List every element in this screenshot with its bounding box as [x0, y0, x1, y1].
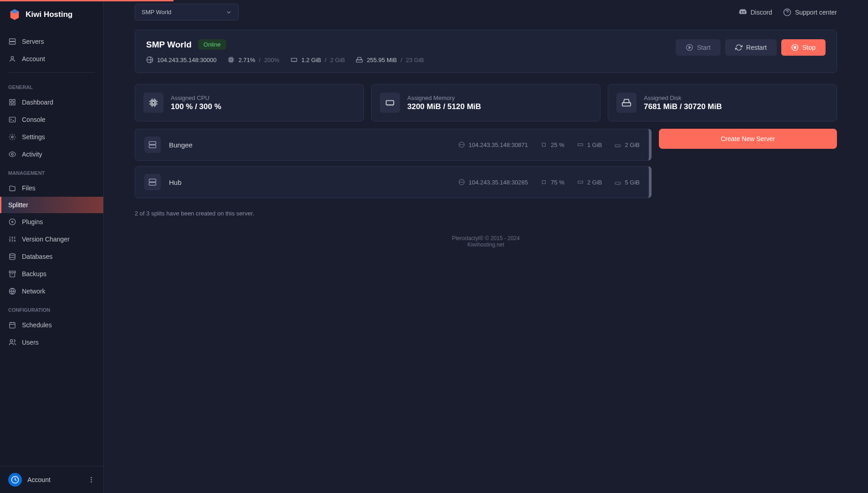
nav-dashboard[interactable]: Dashboard	[0, 94, 103, 111]
globe-icon	[458, 179, 465, 185]
nav-splitter[interactable]: Splitter	[0, 197, 103, 213]
nav-users[interactable]: Users	[0, 334, 103, 351]
globe-icon	[146, 56, 153, 63]
nav-label: Splitter	[8, 201, 28, 209]
memory-max: 2 GiB	[330, 57, 345, 63]
cpu-icon	[541, 142, 547, 148]
avatar[interactable]	[8, 473, 22, 487]
svg-rect-43	[578, 181, 583, 184]
support-link[interactable]: Support center	[783, 8, 837, 16]
user-icon	[8, 55, 16, 63]
stop-label: Stop	[802, 44, 815, 51]
eye-icon	[8, 150, 16, 158]
nav-databases[interactable]: Databases	[0, 248, 103, 265]
svg-rect-31	[386, 100, 394, 105]
footer-line2[interactable]: Kiwihosting.net	[135, 241, 837, 248]
nav-label: Schedules	[22, 321, 52, 329]
ip-value: 104.243.35.148:30000	[157, 57, 216, 63]
cpu-sep: /	[259, 57, 261, 63]
svg-rect-4	[13, 100, 15, 102]
gear-icon	[8, 133, 16, 141]
loading-indicator	[0, 0, 174, 1]
nav-label: Activity	[22, 151, 42, 158]
section-general: GENERAL	[0, 77, 103, 94]
svg-point-18	[91, 479, 92, 481]
svg-rect-32	[622, 103, 631, 106]
svg-rect-22	[229, 58, 233, 62]
nav-servers[interactable]: Servers	[0, 33, 103, 50]
svg-rect-44	[615, 182, 621, 184]
brand[interactable]: Kiwi Hosting	[0, 0, 103, 29]
disk-sep: /	[400, 57, 402, 63]
svg-point-17	[91, 477, 92, 478]
section-management: MANAGEMENT	[0, 163, 103, 179]
nav-activity[interactable]: Activity	[0, 146, 103, 163]
card-label: Assigned Disk	[644, 94, 722, 101]
action-buttons: Start Restart Stop	[676, 39, 826, 56]
split-mem: 1 GiB	[577, 142, 602, 148]
stop-button[interactable]: Stop	[781, 39, 826, 56]
card-value: 7681 MiB / 30720 MiB	[644, 102, 722, 111]
card-cpu: Assigned CPU 100 % / 300 %	[135, 84, 364, 121]
footer-line1: Pterodactyl® © 2015 - 2024	[135, 235, 837, 241]
restart-button[interactable]: Restart	[725, 39, 777, 56]
svg-rect-25	[357, 60, 363, 62]
svg-point-15	[10, 340, 12, 342]
discord-label: Discord	[751, 9, 772, 16]
svg-rect-33	[149, 142, 156, 144]
svg-rect-7	[9, 117, 15, 122]
plus-circle-icon	[8, 218, 16, 226]
svg-rect-1	[9, 42, 15, 44]
server-name: SMP World	[146, 40, 192, 50]
create-server-button[interactable]: Create New Server	[659, 129, 837, 149]
server-select[interactable]: SMP World	[135, 4, 239, 21]
nav-label: Settings	[22, 133, 45, 141]
account-bar: Account	[0, 466, 103, 493]
globe-icon	[8, 287, 16, 295]
svg-rect-34	[149, 145, 156, 148]
nav-label: Files	[22, 184, 36, 192]
server-icon	[144, 136, 161, 153]
nav-version-changer[interactable]: Version Changer	[0, 231, 103, 248]
nav-console[interactable]: Console	[0, 111, 103, 128]
split-name: Hub	[169, 178, 251, 186]
nav-schedules[interactable]: Schedules	[0, 316, 103, 334]
nav-plugins[interactable]: Plugins	[0, 213, 103, 231]
svg-rect-39	[149, 179, 156, 182]
start-label: Start	[697, 44, 710, 51]
nav-label: Servers	[22, 38, 44, 45]
svg-rect-36	[542, 143, 546, 147]
svg-point-11	[10, 253, 15, 255]
nav-backups[interactable]: Backups	[0, 265, 103, 283]
nav-label: Plugins	[22, 218, 43, 226]
more-icon[interactable]	[88, 476, 95, 483]
split-row[interactable]: Bungee 104.243.35.148:30871 25 % 1 GiB 2…	[135, 129, 652, 161]
svg-rect-6	[13, 103, 15, 105]
svg-point-9	[11, 153, 13, 155]
svg-rect-29	[151, 100, 156, 105]
nav-scroll[interactable]: Servers Account GENERAL Dashboard Consol…	[0, 29, 103, 466]
nav-label: Network	[22, 288, 45, 295]
nav-settings[interactable]: Settings	[0, 128, 103, 146]
split-row[interactable]: Hub 104.243.35.148:30285 75 % 2 GiB 5 Gi…	[135, 166, 652, 198]
sliders-icon	[8, 235, 16, 243]
svg-rect-5	[10, 103, 12, 105]
server-icon	[144, 174, 161, 190]
chevron-down-icon	[226, 9, 232, 16]
grid-icon	[8, 98, 16, 106]
disk-icon	[615, 179, 621, 185]
split-name: Bungee	[169, 141, 251, 149]
split-disk: 2 GiB	[615, 142, 640, 148]
disk-value: 255.95 MiB	[367, 57, 397, 63]
discord-link[interactable]: Discord	[739, 8, 772, 16]
stop-icon	[791, 44, 799, 51]
brand-name: Kiwi Hosting	[26, 10, 73, 19]
sidebar: Kiwi Hosting Servers Account GENERAL Das…	[0, 0, 104, 493]
svg-rect-30	[152, 101, 155, 104]
server-select-value: SMP World	[142, 9, 171, 16]
nav-files[interactable]: Files	[0, 179, 103, 197]
svg-rect-38	[615, 145, 621, 147]
nav-network[interactable]: Network	[0, 283, 103, 300]
disk-max: 23 GiB	[406, 57, 424, 63]
nav-account-top[interactable]: Account	[0, 50, 103, 68]
